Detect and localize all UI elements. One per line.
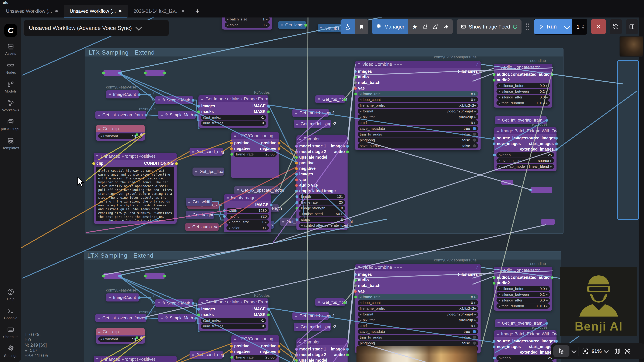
- increment-arrow[interactable]: ▸: [546, 84, 548, 88]
- node-get-fps-float[interactable]: ≡Get_fps_float: [315, 298, 345, 306]
- increment-arrow[interactable]: ▸: [474, 295, 476, 299]
- collapse-icon[interactable]: ≡: [358, 265, 360, 270]
- output-dot[interactable]: [136, 336, 138, 339]
- decrement-arrow[interactable]: ◂: [228, 226, 230, 230]
- output-dot[interactable]: [175, 162, 178, 165]
- widget-frame-rate[interactable]: ◂frame_rate8▸: [358, 294, 478, 300]
- sidebar-item-settings[interactable]: Settings: [0, 345, 21, 358]
- zoom-level[interactable]: 61%: [592, 348, 602, 354]
- output-dot[interactable]: [140, 133, 143, 136]
- node-ltxvconditioning[interactable]: ≡LTXVConditioningpositivepositivenegativ…: [231, 132, 279, 178]
- io-dot[interactable]: [119, 71, 122, 74]
- input-dot[interactable]: [354, 290, 357, 293]
- input-dot[interactable]: [295, 190, 298, 193]
- collapse-icon[interactable]: ≡: [108, 92, 111, 97]
- node-get-model-stage1[interactable]: ≡Get_model_stage1: [292, 109, 329, 117]
- decrement-arrow[interactable]: ◂: [228, 220, 230, 224]
- decrement-arrow[interactable]: ◂: [301, 224, 302, 227]
- collapse-icon[interactable]: ≡: [236, 188, 239, 193]
- input-dot[interactable]: [295, 348, 298, 351]
- batch-count-input[interactable]: 1 ▲▼: [572, 19, 587, 34]
- output-dot[interactable]: [479, 273, 482, 276]
- widget-pingpong[interactable]: pingpongfalse: [358, 341, 478, 346]
- node-get-image-or-mask-range-from-batch[interactable]: ≡Get Image or Mask Range From Batch?imag…: [198, 95, 268, 128]
- collapse-icon[interactable]: ≡: [192, 352, 194, 357]
- output-dot[interactable]: [304, 24, 307, 27]
- decrement-arrow[interactable]: ◂: [498, 165, 500, 168]
- collapse-icon[interactable]: ≡: [320, 26, 322, 30]
- collapse-icon[interactable]: ≡: [234, 336, 236, 341]
- collapse-icon[interactable]: ≡: [98, 316, 100, 320]
- collapse-icon[interactable]: ≡: [188, 224, 190, 229]
- node-get-model-stage2[interactable]: ≡Get_model_stage2: [294, 120, 331, 128]
- input-dot[interactable]: [296, 207, 298, 210]
- output-dot[interactable]: [194, 114, 197, 117]
- io-row[interactable]: positivepositive: [231, 343, 279, 349]
- input-dot[interactable]: [223, 209, 226, 212]
- fin-update-icon[interactable]: [422, 24, 428, 30]
- collapse-icon[interactable]: ≡: [496, 331, 499, 336]
- input-dot[interactable]: [296, 218, 298, 221]
- collapse-icon[interactable]: ≡: [98, 112, 100, 117]
- node-get-clip[interactable]: ≡Get_clip◂Constantclip▸: [96, 328, 145, 344]
- widget-pingpong[interactable]: pingpongfalse: [358, 137, 478, 143]
- widget-save-output[interactable]: save_outputfalse: [358, 143, 478, 148]
- show-image-feed-button[interactable]: Show Image Feed: [456, 19, 522, 34]
- widget-frame-rate[interactable]: frame_rate25.00: [234, 152, 277, 157]
- collapse-icon[interactable]: ≡: [281, 22, 283, 27]
- input-dot[interactable]: [295, 173, 298, 176]
- increment-arrow[interactable]: ▸: [546, 293, 548, 296]
- output-dot[interactable]: [267, 110, 270, 113]
- collapse-icon[interactable]: ≡: [496, 65, 499, 70]
- io-row[interactable]: audio vae: [296, 183, 348, 188]
- increment-arrow[interactable]: ▸: [474, 301, 476, 305]
- widget-width[interactable]: width1280: [226, 208, 269, 213]
- input-dot[interactable]: [492, 79, 496, 82]
- increment-arrow[interactable]: ▸: [550, 159, 552, 163]
- output-dot[interactable]: [545, 119, 548, 122]
- input-dot[interactable]: [295, 150, 298, 153]
- increment-arrow[interactable]: ▸: [265, 226, 267, 230]
- collapse-icon[interactable]: ≡: [299, 340, 301, 344]
- increment-arrow[interactable]: ▸: [342, 212, 343, 216]
- collapse-icon[interactable]: ≡: [158, 301, 160, 306]
- io-row[interactable]: model stage 2audio: [296, 149, 348, 154]
- decrement-arrow[interactable]: ◂: [100, 337, 102, 341]
- input-dot[interactable]: [197, 308, 200, 311]
- decrement-arrow[interactable]: ◂: [227, 23, 228, 27]
- output-dot[interactable]: [140, 336, 143, 339]
- io-row[interactable]: empty latent image: [296, 188, 348, 193]
- io-dot[interactable]: [163, 275, 166, 278]
- io-row[interactable]: audio1concatenated_audio: [494, 72, 552, 77]
- increment-arrow[interactable]: ▸: [546, 298, 548, 302]
- star-icon[interactable]: ★: [412, 23, 417, 30]
- sidebar-item-nodes[interactable]: Nodes: [0, 61, 21, 74]
- decrement-arrow[interactable]: ◂: [498, 287, 500, 291]
- io-row[interactable]: imagesFilenames: [355, 272, 480, 277]
- collapse-icon[interactable]: ≡: [296, 324, 298, 329]
- output-dot[interactable]: [346, 145, 349, 148]
- increment-arrow[interactable]: ▸: [474, 318, 476, 322]
- input-dot[interactable]: [230, 142, 233, 145]
- collapse-icon[interactable]: ≡: [108, 295, 111, 300]
- node-sampler[interactable]: ≡Samplermodel stage 1imagesmodel stage 2…: [296, 338, 348, 362]
- collapse-icon[interactable]: ≡: [496, 268, 499, 273]
- chevron-down-icon[interactable]: [604, 348, 609, 353]
- widget-silence-between[interactable]: ◂silence_between0.2▸: [496, 89, 550, 94]
- widget-overlap-mode[interactable]: ◂overlap_modelinear_blend▸: [496, 164, 554, 169]
- widget-steps[interactable]: steps8: [299, 217, 345, 222]
- node-get-image-or-mask-range-from-batch[interactable]: ≡Get Image or Mask Range From Batch?imag…: [198, 298, 268, 331]
- io-row[interactable]: extended_images: [494, 350, 556, 355]
- increment-arrow[interactable]: ▸: [546, 95, 548, 99]
- sidebar-item-workflows[interactable]: Workflows: [0, 99, 21, 112]
- video-preview-image[interactable]: [356, 346, 477, 362]
- io-row[interactable]: audio2: [494, 280, 552, 286]
- collapsed-node[interactable]: [501, 180, 513, 185]
- input-dot[interactable]: [295, 145, 298, 148]
- io-row[interactable]: upscale model: [296, 155, 348, 160]
- widget-trim-to-audio[interactable]: trim_to_audiofalse: [358, 335, 478, 340]
- decrement-arrow[interactable]: ◂: [498, 95, 500, 99]
- help-icon[interactable]: ?: [476, 265, 478, 270]
- input-dot[interactable]: [493, 154, 496, 156]
- tab-3[interactable]: 2026-01-14 ltx2_i2v...: [128, 5, 190, 17]
